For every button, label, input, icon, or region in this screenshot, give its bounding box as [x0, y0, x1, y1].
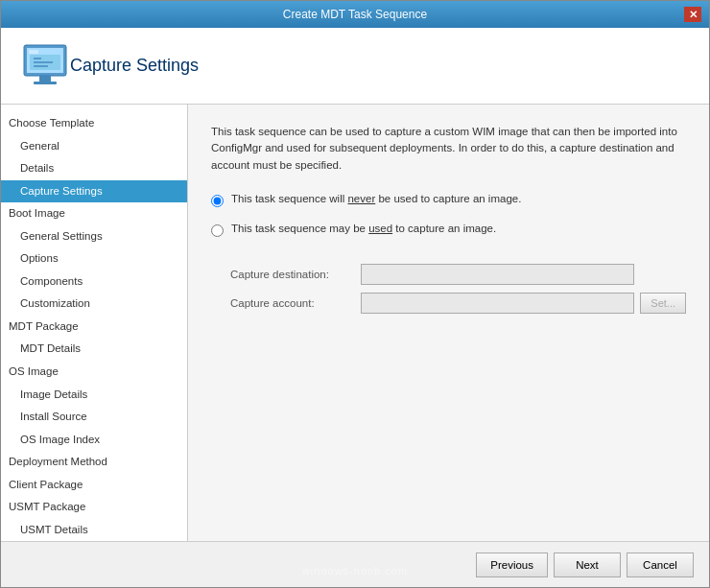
- sidebar-item-usmt-details[interactable]: USMT Details: [1, 519, 187, 541]
- capture-account-label: Capture account:: [230, 297, 355, 309]
- sidebar-item-capture-settings[interactable]: Capture Settings: [1, 180, 187, 203]
- sidebar-item-mdt-package[interactable]: MDT Package: [1, 316, 187, 339]
- title-bar: Create MDT Task Sequence ✕: [1, 1, 709, 28]
- radio-never-label[interactable]: This task sequence will never be used to…: [231, 193, 521, 204]
- svg-rect-2: [39, 76, 51, 82]
- svg-rect-4: [29, 50, 38, 54]
- radio-may-option: This task sequence may be used to captur…: [211, 223, 686, 237]
- radio-never-input[interactable]: [211, 195, 224, 207]
- sidebar-item-install-source[interactable]: Install Source: [1, 406, 187, 429]
- radio-may-label[interactable]: This task sequence may be used to captur…: [231, 223, 496, 234]
- sidebar-item-general[interactable]: General: [1, 135, 187, 158]
- capture-destination-label: Capture destination:: [230, 269, 355, 280]
- page-title: Capture Settings: [70, 56, 199, 76]
- sidebar: Choose Template General Details Capture …: [1, 105, 188, 541]
- computer-icon: [20, 41, 70, 91]
- radio-group: This task sequence will never be used to…: [211, 193, 686, 314]
- main-panel: This task sequence can be used to captur…: [188, 105, 709, 541]
- capture-destination-input[interactable]: [361, 264, 634, 285]
- svg-rect-3: [34, 82, 57, 84]
- sidebar-item-usmt-package[interactable]: USMT Package: [1, 496, 187, 519]
- sidebar-item-options[interactable]: Options: [1, 247, 187, 270]
- next-button[interactable]: Next: [554, 553, 621, 577]
- window-title: Create MDT Task Sequence: [26, 8, 684, 21]
- content-area: Choose Template General Details Capture …: [1, 105, 709, 541]
- svg-rect-7: [34, 61, 53, 63]
- sidebar-item-deployment-method[interactable]: Deployment Method: [1, 451, 187, 474]
- capture-fields: Capture destination: Capture account: Se…: [230, 264, 686, 314]
- sidebar-item-os-image-index[interactable]: OS Image Index: [1, 429, 187, 452]
- header-panel: Capture Settings: [1, 28, 709, 105]
- radio-may-input[interactable]: [211, 224, 224, 237]
- sidebar-item-mdt-details[interactable]: MDT Details: [1, 338, 187, 361]
- sidebar-item-image-details[interactable]: Image Details: [1, 384, 187, 407]
- main-window: Create MDT Task Sequence ✕ Capture Setti…: [0, 0, 710, 588]
- footer: Previous Next Cancel: [1, 541, 709, 587]
- svg-rect-6: [34, 58, 41, 59]
- svg-rect-8: [34, 65, 48, 67]
- sidebar-item-client-package[interactable]: Client Package: [1, 474, 187, 497]
- set-button[interactable]: Set...: [640, 293, 686, 314]
- sidebar-item-choose-template[interactable]: Choose Template: [1, 112, 187, 135]
- sidebar-item-customization[interactable]: Customization: [1, 293, 187, 316]
- sidebar-item-general-settings[interactable]: General Settings: [1, 225, 187, 248]
- description-text: This task sequence can be used to captur…: [211, 124, 686, 174]
- sidebar-item-components[interactable]: Components: [1, 270, 187, 294]
- close-button[interactable]: ✕: [684, 7, 701, 22]
- sidebar-item-os-image[interactable]: OS Image: [1, 361, 187, 384]
- radio-never-option: This task sequence will never be used to…: [211, 193, 686, 207]
- cancel-button[interactable]: Cancel: [627, 553, 694, 577]
- previous-button[interactable]: Previous: [476, 553, 548, 577]
- sidebar-item-details[interactable]: Details: [1, 157, 187, 180]
- capture-account-input[interactable]: [361, 293, 634, 314]
- sidebar-item-boot-image[interactable]: Boot Image: [1, 202, 187, 225]
